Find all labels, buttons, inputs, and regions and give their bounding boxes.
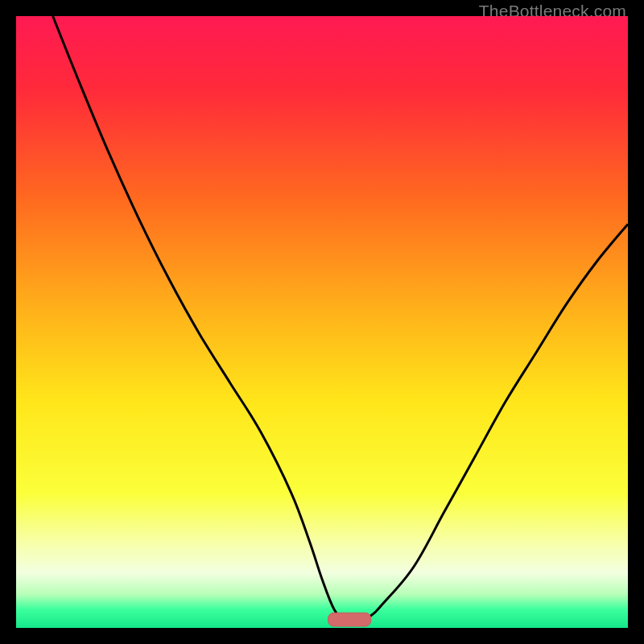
gradient-background bbox=[16, 16, 628, 628]
bottleneck-chart bbox=[16, 16, 628, 628]
chart-frame bbox=[16, 16, 628, 628]
optimal-marker bbox=[328, 613, 371, 626]
